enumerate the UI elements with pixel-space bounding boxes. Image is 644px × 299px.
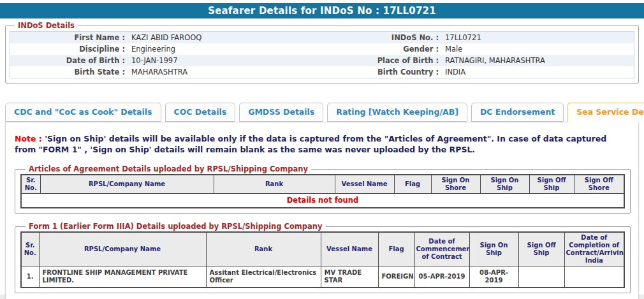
column-header-flag: Flag	[394, 175, 431, 194]
place-of-birth-label: Place of Birth :	[320, 55, 439, 66]
form1-table: Sr. No. RPSL/Company Name Rank Vessel Na…	[20, 231, 625, 288]
cell-company: FRONTLINE SHIP MANAGEMENT PRIVATE LIMITE…	[39, 266, 206, 288]
tab-gmdss-details[interactable]: GMDSS Details	[239, 103, 323, 122]
birth-country-label: Birth Country :	[320, 66, 439, 78]
gender-value: Male	[439, 43, 634, 55]
tab-bar: CDC and "CoC as Cook" Details COC Detail…	[5, 103, 644, 122]
table-header-row: Sr. No. RPSL/Company Name Rank Vessel Na…	[21, 175, 624, 194]
indos-details-legend: INDoS Details	[15, 21, 78, 30]
note-body: 'Sign on Ship' details will be available…	[15, 134, 606, 154]
tab-sea-service-details[interactable]: Sea Service Details	[567, 103, 644, 122]
column-header-vessel: Vessel Name	[321, 232, 378, 266]
birth-country-value: INDIA	[439, 66, 634, 78]
cell-sign-off-ship	[518, 266, 564, 288]
note-prefix: Note :	[15, 134, 42, 143]
column-header-sign-off-shore: Sign Off Shore	[574, 175, 624, 194]
first-name-value: KAZI ABID FAROOQ	[125, 32, 320, 43]
column-header-date-commencement: Date of Commencement of Contract	[414, 232, 469, 266]
tab-content-panel: Note : 'Sign on Ship' details will be av…	[5, 122, 639, 299]
column-header-sign-on-shore: Sign On Shore	[431, 175, 480, 194]
column-header-sr-no: Sr. No.	[21, 175, 40, 194]
indos-details-section: INDoS Details First Name : KAZI ABID FAR…	[5, 21, 639, 84]
first-name-label: First Name :	[10, 32, 125, 43]
articles-of-agreement-table: Sr. No. RPSL/Company Name Rank Vessel Na…	[20, 174, 625, 208]
column-header-rank: Rank	[206, 232, 321, 266]
indos-no-label: INDoS No. :	[320, 32, 439, 43]
column-header-vessel: Vessel Name	[335, 175, 394, 194]
page-title: Seafarer Details for INDoS No : 17LL0721	[208, 5, 436, 17]
empty-message: Details not found	[21, 194, 624, 208]
column-header-sign-on-ship: Sign On Ship	[480, 175, 529, 194]
seafarer-details-page: Seafarer Details for INDoS No : 17LL0721…	[0, 0, 644, 299]
tab-coc-details[interactable]: COC Details	[165, 103, 236, 122]
form1-legend: Form 1 (Earlier Form IIIA) Details uploa…	[26, 222, 326, 231]
cell-date-commencement: 05-APR-2019	[414, 266, 469, 288]
column-header-date-completion: Date of Completion of Contract/Arriving …	[564, 232, 624, 266]
tab-rating-watch-keeping-ab[interactable]: Rating [Watch Keeping/AB]	[327, 103, 467, 122]
indos-row: Birth State : MAHARASHTRA Birth Country …	[10, 66, 634, 78]
table-header-row: Sr. No. RPSL/Company Name Rank Vessel Na…	[21, 232, 624, 266]
indos-row: Discipline : Engineering Gender : Male	[10, 43, 634, 55]
table-row: 1. FRONTLINE SHIP MANAGEMENT PRIVATE LIM…	[21, 266, 624, 288]
column-header-company: RPSL/Company Name	[39, 232, 206, 266]
indos-no-value: 17LL0721	[439, 32, 634, 43]
indos-details-box: First Name : KAZI ABID FAROOQ INDoS No. …	[10, 31, 634, 78]
column-header-flag: Flag	[378, 232, 414, 266]
table-row: Details not found	[21, 194, 624, 208]
tab-cdc-coc-as-cook-details[interactable]: CDC and "CoC as Cook" Details	[5, 103, 161, 122]
column-header-rank: Rank	[214, 175, 335, 194]
discipline-label: Discipline :	[10, 43, 125, 55]
birth-state-value: MAHARASHTRA	[125, 66, 320, 78]
tab-dc-endorsement[interactable]: DC Endorsement	[471, 103, 564, 122]
indos-row: First Name : KAZI ABID FAROOQ INDoS No. …	[10, 32, 634, 43]
cell-vessel: MV TRADE STAR	[321, 266, 378, 288]
discipline-value: Engineering	[125, 43, 320, 55]
cell-sr-no: 1.	[21, 266, 39, 288]
birth-state-label: Birth State :	[10, 66, 125, 78]
place-of-birth-value: RATNAGIRI, MAHARASHTRA	[439, 55, 634, 66]
indos-row: Date of Birth : 10-JAN-1997 Place of Bir…	[10, 55, 634, 66]
page-title-bar: Seafarer Details for INDoS No : 17LL0721	[0, 3, 644, 18]
column-header-sign-on-ship: Sign On Ship	[469, 232, 518, 266]
column-header-sr-no: Sr. No.	[21, 232, 39, 266]
articles-of-agreement-section: Articles of Agreement Details uploaded b…	[15, 164, 631, 214]
articles-of-agreement-legend: Articles of Agreement Details uploaded b…	[26, 164, 311, 173]
date-of-birth-label: Date of Birth :	[10, 55, 125, 66]
column-header-company: RPSL/Company Name	[40, 175, 214, 194]
gender-label: Gender :	[320, 43, 439, 55]
cell-flag: FOREIGN	[378, 266, 414, 288]
note-text: Note : 'Sign on Ship' details will be av…	[10, 128, 634, 156]
cell-rank: Assitant Electrical/Electronics Officer	[206, 266, 321, 288]
column-header-sign-off-ship: Sign Off Ship	[529, 175, 574, 194]
column-header-sign-off-ship: Sign Off Ship	[518, 232, 564, 266]
cell-date-completion	[564, 266, 624, 288]
date-of-birth-value: 10-JAN-1997	[125, 55, 320, 66]
form1-section: Form 1 (Earlier Form IIIA) Details uploa…	[15, 222, 631, 293]
cell-sign-on-ship: 08-APR-2019	[469, 266, 518, 288]
